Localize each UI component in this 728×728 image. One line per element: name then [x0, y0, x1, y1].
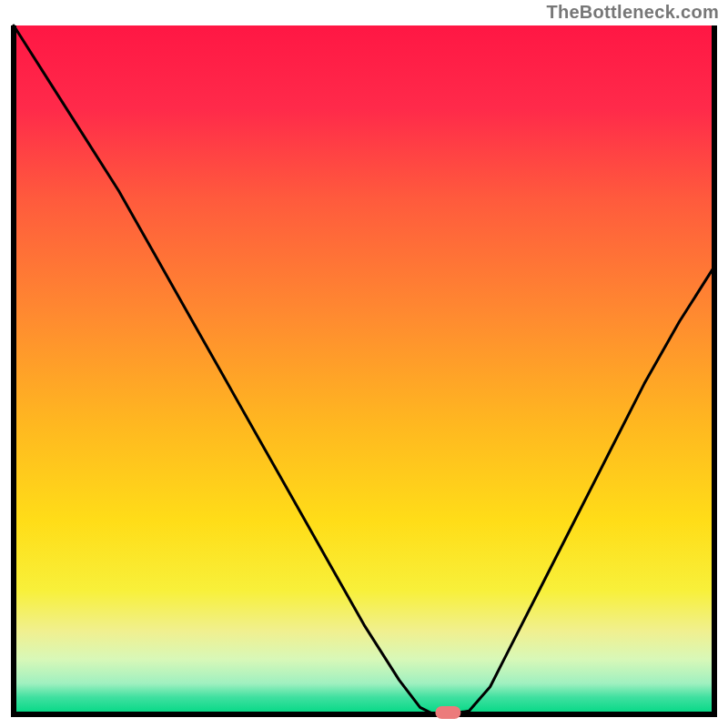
bottleneck-chart: TheBottleneck.com	[0, 0, 728, 728]
chart-svg	[0, 0, 728, 728]
optimal-marker	[435, 706, 460, 719]
brand-watermark: TheBottleneck.com	[546, 2, 719, 23]
plot-background	[14, 25, 714, 714]
